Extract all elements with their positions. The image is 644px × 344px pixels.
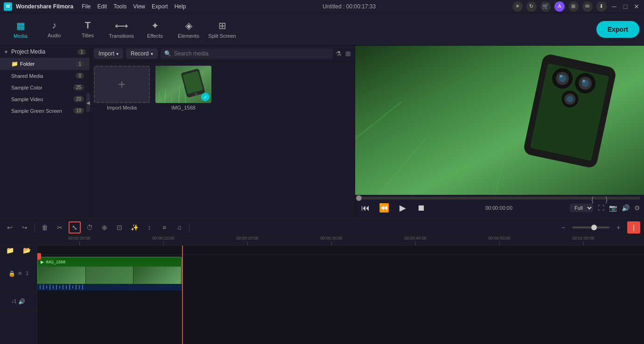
menu-view[interactable]: View xyxy=(133,3,145,10)
selected-checkmark: ✓ xyxy=(201,93,210,101)
toolbar-effects[interactable]: ✦ Effects xyxy=(139,15,171,43)
timeline-content: 📁 📂 🔒 👁 1 ♪1 🔊 ▼ xyxy=(0,246,644,344)
stop-button[interactable]: ⏹ xyxy=(415,201,428,214)
undo-button[interactable]: ↩ xyxy=(4,221,16,234)
silence-button[interactable]: ≡ xyxy=(158,221,170,234)
sample-green-screen-item[interactable]: Sample Green Screen 10 xyxy=(0,105,90,117)
waveform-svg xyxy=(37,284,182,290)
record-button[interactable]: Record ▾ xyxy=(126,48,158,59)
folder-label: Folder xyxy=(20,61,35,67)
cut-button[interactable]: ✂ xyxy=(54,221,66,234)
play-button[interactable]: ▶ xyxy=(396,201,409,214)
expand-icon: ▼ xyxy=(4,49,8,55)
main-area: ▼ Project Media 1 📁 Folder 1 Shared Medi… xyxy=(0,46,644,218)
toolbar-audio-label: Audio xyxy=(48,33,61,38)
toolbar-elements[interactable]: ◈ Elements xyxy=(173,15,204,43)
start-marker xyxy=(37,253,41,260)
timeline-thumb[interactable] xyxy=(356,195,362,201)
add-icon: + xyxy=(118,77,126,92)
menu-file[interactable]: File xyxy=(82,3,91,10)
ruler-mark-2: 00:00:20:00 xyxy=(205,236,289,245)
svg-rect-36 xyxy=(66,285,67,289)
in-point[interactable]: { xyxy=(591,196,594,203)
search-input[interactable] xyxy=(174,50,329,57)
toolbar-titles[interactable]: T Titles xyxy=(72,15,104,43)
snapshot-icon[interactable]: 📷 xyxy=(609,204,617,212)
fullscreen-icon[interactable]: ⛶ xyxy=(598,204,604,212)
media-item-img1568[interactable]: ✓ IMG_1568 xyxy=(155,66,211,110)
audio-waveform xyxy=(37,284,182,290)
menu-export[interactable]: Export xyxy=(152,3,168,10)
frame-back-button[interactable]: ⏪ xyxy=(378,201,391,214)
svg-rect-33 xyxy=(56,285,57,289)
zoom-out-button[interactable]: − xyxy=(557,221,569,234)
add-folder-icon[interactable]: 📁 xyxy=(6,247,14,254)
lock-icon[interactable]: 🔒 xyxy=(8,270,15,277)
menu-tools[interactable]: Tools xyxy=(113,3,126,10)
transitions-icon: ⟷ xyxy=(115,20,128,31)
main-toolbar: ▦ Media ♪ Audio T Titles ⟷ Transitions ✦… xyxy=(0,13,644,46)
toolbar-media[interactable]: ▦ Media xyxy=(5,15,36,43)
cart-icon[interactable]: 🛒 xyxy=(540,1,551,12)
window-title: Untitled : 00:00:17:33 xyxy=(322,3,376,10)
export-button[interactable]: Export xyxy=(596,21,639,38)
volume-icon[interactable]: 🔊 xyxy=(622,204,630,212)
sample-video-item[interactable]: Sample Video 20 xyxy=(0,93,90,105)
preview-progress-bar[interactable]: { } xyxy=(359,197,640,200)
delete-button[interactable]: 🗑 xyxy=(39,221,51,234)
toolbar-split-screen[interactable]: ⊞ Split Screen xyxy=(206,15,238,43)
speed-button[interactable]: ⏱ xyxy=(84,221,96,234)
import-button[interactable]: Import ▾ xyxy=(94,48,123,59)
panel-collapse-handle[interactable]: ◀ xyxy=(86,93,90,112)
refresh-icon[interactable]: ↻ xyxy=(526,1,537,12)
auto-enhance-button[interactable]: ✨ xyxy=(128,221,140,234)
project-media-section[interactable]: ▼ Project Media 1 xyxy=(0,46,90,58)
download-icon[interactable]: ⬇ xyxy=(596,1,607,12)
crop-button[interactable]: ⊡ xyxy=(113,221,126,234)
search-box[interactable]: 🔍 xyxy=(161,48,333,59)
toolbar-audio[interactable]: ♪ Audio xyxy=(38,15,70,43)
new-folder-icon[interactable]: 📂 xyxy=(23,247,31,254)
audio-volume-icon[interactable]: 🔊 xyxy=(18,298,25,305)
out-point[interactable]: } xyxy=(605,196,608,203)
stabilize-button[interactable]: ⊕ xyxy=(98,221,111,234)
minimize-button[interactable]: ─ xyxy=(610,3,618,10)
menu-edit[interactable]: Edit xyxy=(97,3,107,10)
zoom-slider[interactable] xyxy=(572,227,609,228)
svg-rect-28 xyxy=(40,285,41,289)
menu-help[interactable]: Help xyxy=(175,3,186,10)
import-dropdown-icon: ▾ xyxy=(116,51,119,56)
zoom-in-button[interactable]: + xyxy=(612,221,624,234)
audio-track xyxy=(37,292,644,311)
add-marker-button[interactable]: | xyxy=(627,221,640,234)
svg-rect-31 xyxy=(49,284,50,290)
audio-mix-button[interactable]: ♫ xyxy=(173,221,185,234)
import-media-item[interactable]: + Import Media xyxy=(94,66,150,110)
audio-icon: ♪ xyxy=(52,20,56,31)
playback-controls: ⏮ ⏪ ▶ ⏹ 00:00:00:00 Full 1/2 1/4 ⛶ 📷 🔊 ⚙ xyxy=(359,200,640,216)
quality-select[interactable]: Full 1/2 1/4 xyxy=(570,204,593,212)
timeline-tracks[interactable]: ▼ ▶ IMG_1568 xyxy=(37,246,644,344)
media-thumb-img1568: ✓ xyxy=(155,66,211,103)
crop-transform-button[interactable]: ⤡ xyxy=(69,221,81,234)
redo-button[interactable]: ↪ xyxy=(19,221,31,234)
folder-item[interactable]: 📁 Folder 1 xyxy=(0,58,90,70)
toolbar-transitions[interactable]: ⟷ Transitions xyxy=(105,15,137,43)
maximize-button[interactable]: □ xyxy=(622,3,629,10)
settings-icon[interactable]: ⚙ xyxy=(634,204,640,212)
eye-icon[interactable]: 👁 xyxy=(17,270,23,277)
sample-color-item[interactable]: Sample Color 25 xyxy=(0,82,90,93)
timeline-toolbar: ↩ ↪ 🗑 ✂ ⤡ ⏱ ⊕ ⊡ ✨ ↕ ≡ ♫ − + | xyxy=(0,219,644,236)
filter-icon[interactable]: ⚗ xyxy=(336,50,342,57)
shared-media-item[interactable]: Shared Media 0 xyxy=(0,70,90,82)
svg-rect-37 xyxy=(69,284,70,290)
audio-detach-button[interactable]: ↕ xyxy=(143,221,155,234)
timeline-ruler: 00:00:00:00 00:00:10:00 00:00:20:00 00:0… xyxy=(0,236,644,246)
layout-icon[interactable]: ⊞ xyxy=(568,1,579,12)
sun-icon[interactable]: ☀ xyxy=(512,1,523,12)
close-button[interactable]: ✕ xyxy=(633,3,640,10)
mail-icon[interactable]: ✉ xyxy=(582,1,593,12)
avatar-icon[interactable]: A xyxy=(554,1,565,12)
grid-icon[interactable]: ⊞ xyxy=(345,50,351,57)
step-back-button[interactable]: ⏮ xyxy=(359,201,372,214)
